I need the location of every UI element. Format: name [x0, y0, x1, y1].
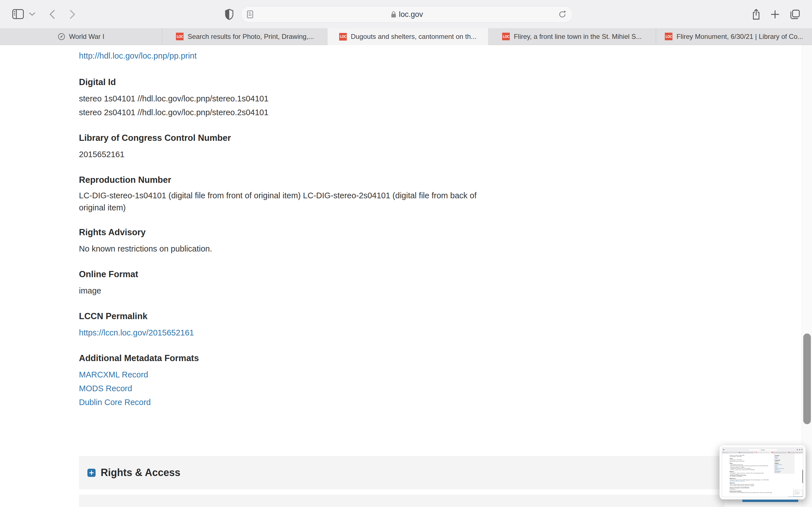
field-label: Digital Id	[79, 76, 725, 88]
mini-tab: Flirey, a front line town in the St. Mih…	[771, 452, 788, 453]
new-tab-plus-icon[interactable]	[769, 8, 781, 20]
tab-label: World War I	[69, 33, 104, 41]
tab-label: Flirey Monument, 6/30/21 | Library of Co…	[676, 33, 803, 41]
tab-3[interactable]: LOCDugouts and shelters, cantonment on t…	[327, 28, 488, 45]
tab-label: Search results for Photo, Print, Drawing…	[188, 33, 314, 41]
accordion-cite-this-item[interactable]: Cite This Item	[79, 495, 725, 507]
mini-text-line: stereo 2s04101 //hdl.loc.gov/loc.pnp/ste…	[730, 485, 772, 487]
screenshot-preview-thumbnail[interactable]: loc.gov World War ISearch results for Ph…	[719, 445, 806, 499]
mini-sidebar-title: Location	[775, 455, 794, 456]
safari-window: loc.gov	[0, 0, 812, 507]
mini-section-title: Notes	[730, 462, 772, 464]
nested-preview-blue-bar	[788, 497, 802, 497]
field: Rights AdvisoryNo known restrictions on …	[79, 227, 725, 256]
chevron-down-icon[interactable]	[28, 11, 36, 17]
mini-tab: Search results for Photo, Print, Drawing…	[739, 452, 755, 453]
screenshot-preview-content: loc.gov World War ISearch results for Ph…	[722, 448, 803, 497]
toolbar-divider	[27, 8, 28, 20]
mini-browser-snapshot: loc.gov World War ISearch results for Ph…	[722, 448, 803, 497]
nested-screenshot-thumbnail	[794, 490, 803, 497]
scrollbar-thumb[interactable]	[803, 334, 811, 424]
mini-section-title: Digital Id	[730, 483, 772, 484]
tab-5[interactable]: LOCFlirey Monument, 6/30/21 | Library of…	[656, 28, 812, 45]
mini-section-title: Library of Congress Control Number	[730, 487, 772, 489]
preview-blue-bar	[742, 500, 798, 502]
address-bar[interactable]: loc.gov	[241, 6, 573, 22]
share-icon[interactable]	[750, 8, 762, 21]
url-text: loc.gov	[399, 10, 423, 19]
mini-sidebar-title: Language	[775, 459, 794, 461]
field-value-link[interactable]: https://lccn.loc.gov/2015652161	[79, 326, 725, 340]
field: Reproduction NumberLC-DIG-stereo-1s04101…	[79, 174, 725, 214]
field: Additional Metadata FormatsMARCXML Recor…	[79, 353, 725, 409]
mini-text-line: 1 photograph : gelatin silver print ; mo…	[730, 472, 772, 474]
field: Library of Congress Control Number201565…	[79, 132, 725, 161]
mini-address-bar: loc.gov	[749, 449, 777, 451]
accordion-rights-access[interactable]: Rights & Access	[79, 456, 725, 489]
mini-section-title: Call Number/Physical Location	[730, 474, 772, 476]
mini-metadata-column: Gelatin silver prints: 1920-1930.Stereog…	[730, 455, 772, 497]
field-value-link[interactable]: Dublin Core Record	[79, 395, 725, 409]
tab-label: Flirey, a front line town in the St. Mih…	[514, 33, 642, 41]
privacy-shield-icon[interactable]	[224, 8, 235, 20]
mini-toolbar: loc.gov	[722, 448, 803, 452]
loc-favicon-icon: LOC	[176, 33, 184, 40]
mini-section-title: Repository	[730, 478, 772, 479]
mini-section-title: Medium	[730, 471, 772, 472]
field-label: Additional Metadata Formats	[79, 353, 725, 364]
forward-icon[interactable]	[68, 9, 77, 20]
field-value-link[interactable]: MARCXML Record	[79, 368, 725, 382]
sidebar-toggle-icon[interactable]	[12, 8, 24, 20]
field: Digital Idstereo 1s04101 //hdl.loc.gov/l…	[79, 76, 725, 119]
pp-print-link[interactable]: http://hdl.loc.gov/loc.pnp/pp.print	[79, 51, 197, 61]
mini-tab: Flirey Monument, 6/30/21 | Library of Co…	[788, 452, 803, 453]
mini-sidebar-panel: LocationFlireyFranceLanguageEnglishSubje…	[774, 453, 795, 474]
mini-text-line: 2015652161	[730, 489, 772, 490]
field-value: image	[79, 284, 725, 298]
back-icon[interactable]	[47, 9, 57, 20]
mini-link-line: http://hdl.loc.gov/loc.pnp/pp.print	[730, 481, 772, 482]
mini-plus-icon	[799, 449, 800, 450]
mini-scrollbar-thumb	[802, 470, 803, 483]
tab-bar: World War ILOCSearch results for Photo, …	[0, 28, 812, 45]
field-value: stereo 1s04101 //hdl.loc.gov/loc.pnp/ste…	[79, 92, 725, 106]
mini-text-line: LC-DIG-stereo-1s04101 (digital file from…	[730, 492, 772, 493]
field-value-link[interactable]: MODS Record	[79, 382, 725, 395]
field-label: Library of Congress Control Number	[79, 132, 725, 144]
field-value: LC-DIG-stereo-1s04101 (digital file from…	[79, 189, 488, 214]
mini-section-title: Genre	[730, 458, 772, 459]
lock-icon	[391, 11, 396, 18]
scrollbar-track[interactable]	[802, 45, 812, 507]
mini-section-title: Reproduction Number	[730, 490, 772, 492]
loc-favicon-icon: LOC	[665, 33, 672, 40]
tab-4[interactable]: LOCFlirey, a front line town in the St. …	[488, 28, 656, 45]
mini-sidebar-title: Subject	[775, 463, 794, 464]
accordion-title: Rights & Access	[101, 467, 181, 478]
mini-sidebar-link: France	[775, 458, 794, 459]
metadata-column: http://hdl.loc.gov/loc.pnp/pp.print Digi…	[79, 45, 725, 422]
expand-plus-icon[interactable]	[87, 469, 96, 477]
mini-text-line: - Purchase; Jeffrey Kraus; 2009; (DLC/PP…	[730, 469, 772, 470]
mini-share-icon	[797, 449, 798, 450]
field-value: stereo 2s04101 //hdl.loc.gov/loc.pnp/ste…	[79, 106, 725, 119]
mini-text-line: Gelatin silver prints: 1920-1930	[730, 460, 772, 462]
tab-label: Dugouts and shelters, cantonment on th..…	[351, 33, 476, 41]
mini-tab: World War I	[722, 452, 739, 453]
tab-2[interactable]: LOCSearch results for Photo, Print, Draw…	[162, 28, 327, 45]
mini-tabs-icon	[801, 449, 802, 450]
field: LCCN Permalinkhttps://lccn.loc.gov/20156…	[79, 311, 725, 340]
page-content: http://hdl.loc.gov/loc.pnp/pp.print Digi…	[0, 45, 812, 507]
loc-favicon-icon: LOC	[339, 33, 347, 41]
field-label: LCCN Permalink	[79, 311, 725, 322]
metadata-fields: Digital Idstereo 1s04101 //hdl.loc.gov/l…	[79, 76, 725, 409]
tab-1[interactable]: World War I	[0, 28, 162, 45]
field: Online Formatimage	[79, 269, 725, 298]
tab-overview-icon[interactable]	[788, 8, 802, 21]
refresh-icon[interactable]	[559, 6, 566, 22]
field-label: Rights Advisory	[79, 227, 725, 238]
field-label: Reproduction Number	[79, 174, 725, 186]
field-value: No known restrictions on publication.	[79, 242, 725, 256]
field-label: Online Format	[79, 269, 725, 280]
mini-tab: Dugouts and shelters, cantonment on th..…	[755, 452, 771, 453]
loc-favicon-icon: LOC	[502, 33, 510, 40]
